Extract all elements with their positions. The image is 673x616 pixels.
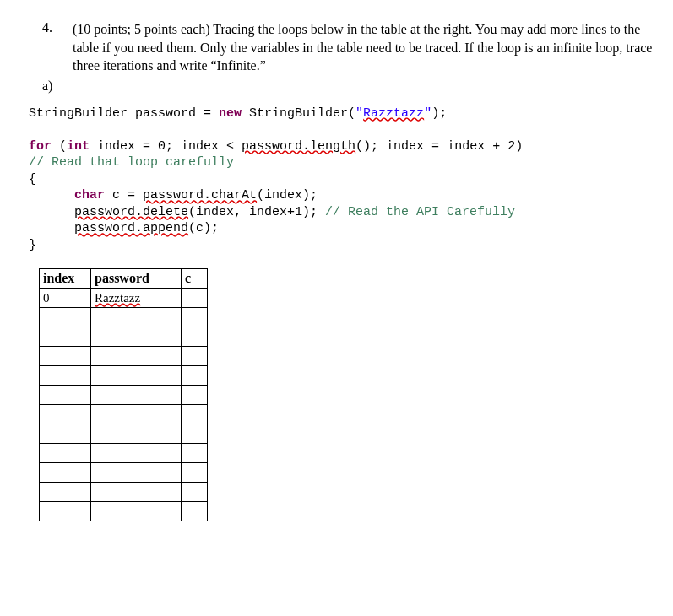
- cell-c: [182, 483, 208, 502]
- cell-password: [91, 366, 182, 386]
- cell-c: [182, 405, 208, 424]
- cell-index: [40, 483, 91, 502]
- table-row: 0Razztazz: [40, 289, 208, 308]
- cell-index: [40, 308, 91, 327]
- cell-password: [91, 327, 182, 347]
- question-prompt: (10 points; 5 points each) Tracing the l…: [73, 20, 665, 75]
- code-line-6: password.delete(index, index+1); // Read…: [29, 205, 515, 219]
- squiggle-span: password.length: [242, 139, 355, 154]
- cell-password: [91, 483, 182, 502]
- cell-password: Razztazz: [91, 289, 182, 308]
- cell-index: [40, 366, 91, 386]
- keyword-new: new: [219, 106, 242, 121]
- question-number: 4.: [42, 20, 73, 75]
- code-block: StringBuilder password = new StringBuild…: [29, 105, 665, 254]
- page: 4. (10 points; 5 points each) Tracing th…: [0, 0, 673, 530]
- trace-table: index password c 0Razztazz: [39, 268, 208, 521]
- table-row: [40, 424, 208, 444]
- table-row: [40, 483, 208, 502]
- table-row: [40, 386, 208, 405]
- header-index: index: [40, 269, 91, 289]
- cell-c: [182, 308, 208, 327]
- table-row: [40, 444, 208, 463]
- code-line-8: }: [29, 238, 36, 252]
- cell-password: [91, 502, 182, 521]
- cell-index: [40, 463, 91, 483]
- cell-index: [40, 444, 91, 463]
- table-row: [40, 308, 208, 327]
- cell-c: [182, 386, 208, 405]
- cell-password: [91, 463, 182, 483]
- cell-c: [182, 347, 208, 366]
- code-line-7: password.append(c);: [29, 221, 219, 235]
- cell-index: [40, 424, 91, 444]
- cell-c: [182, 444, 208, 463]
- cell-c: [182, 366, 208, 386]
- table-row: [40, 327, 208, 347]
- table-header-row: index password c: [40, 269, 208, 289]
- code-line-2: for (int index = 0; index < password.len…: [29, 139, 523, 154]
- keyword-for: for: [29, 139, 52, 154]
- cell-index: [40, 347, 91, 366]
- header-password: password: [91, 269, 182, 289]
- table-row: [40, 366, 208, 386]
- keyword-int: int: [67, 139, 90, 154]
- cell-c: [182, 502, 208, 521]
- cell-index: [40, 327, 91, 347]
- cell-password: [91, 444, 182, 463]
- string-literal: "Razztazz": [355, 106, 431, 121]
- cell-c: [182, 463, 208, 483]
- squiggle-span: password.delete: [74, 205, 188, 219]
- cell-c: [182, 424, 208, 444]
- cell-password: [91, 386, 182, 405]
- table-row: [40, 347, 208, 366]
- code-line-4: {: [29, 172, 36, 186]
- squiggle-span: password.append: [74, 221, 188, 235]
- cell-password: [91, 405, 182, 424]
- cell-c: [182, 327, 208, 347]
- squiggle-span: password.charAt: [143, 188, 257, 203]
- table-row: [40, 405, 208, 424]
- comment-inline: // Read the API Carefully: [325, 205, 515, 219]
- comment-line: // Read that loop carefully: [29, 155, 234, 170]
- trace-table-body: 0Razztazz: [40, 289, 208, 521]
- part-label: a): [42, 78, 665, 94]
- code-line-5: char c = password.charAt(index);: [29, 188, 318, 203]
- keyword-char: char: [74, 188, 105, 203]
- question-block: 4. (10 points; 5 points each) Tracing th…: [42, 20, 665, 75]
- table-row: [40, 463, 208, 483]
- cell-password: [91, 424, 182, 444]
- cell-index: [40, 405, 91, 424]
- cell-password: [91, 347, 182, 366]
- code-line-1: StringBuilder password = new StringBuild…: [29, 106, 447, 121]
- cell-index: [40, 502, 91, 521]
- cell-c: [182, 289, 208, 308]
- header-c: c: [182, 269, 208, 289]
- cell-password: [91, 308, 182, 327]
- table-row: [40, 502, 208, 521]
- cell-index: [40, 386, 91, 405]
- cell-index: 0: [40, 289, 91, 308]
